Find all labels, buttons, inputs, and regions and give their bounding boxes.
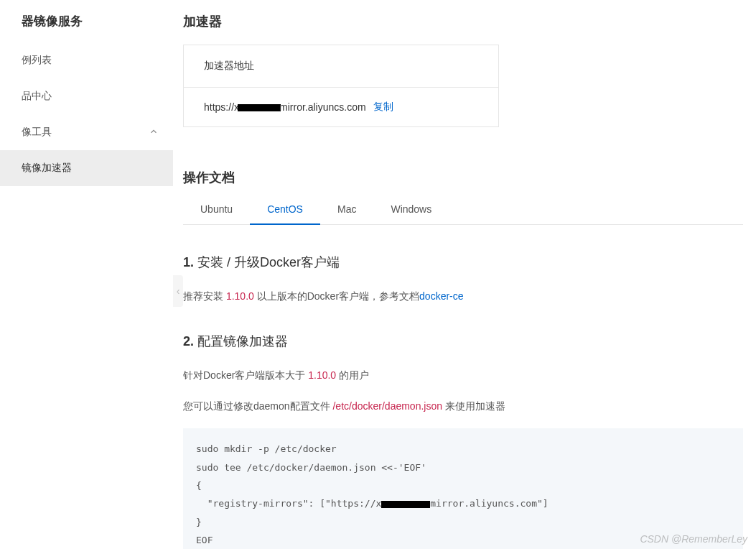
sidebar-title: 器镜像服务 xyxy=(0,0,173,42)
step2-heading: 2. 配置镜像加速器 xyxy=(183,333,756,350)
sidebar-item-label: 品中心 xyxy=(22,90,52,103)
sidebar-item-instances[interactable]: 例列表 xyxy=(0,42,173,78)
sidebar-item-tools[interactable]: 像工具 xyxy=(0,114,173,150)
step2-line1: 针对Docker客户端版本大于 1.10.0 的用户 xyxy=(183,367,756,383)
tab-centos[interactable]: CentOS xyxy=(250,195,320,225)
version-text: 1.10.0 xyxy=(308,369,336,381)
main-content: 加速器 加速器地址 https://xmirror.aliyuncs.com 复… xyxy=(173,0,756,549)
sidebar-item-label: 镜像加速器 xyxy=(22,162,72,175)
code-block: sudo mkdir -p /etc/docker sudo tee /etc/… xyxy=(183,428,743,549)
version-text: 1.10.0 xyxy=(226,290,254,302)
step1-heading: 1. 安装 / 升级Docker客户端 xyxy=(183,254,756,271)
accelerator-card: 加速器地址 https://xmirror.aliyuncs.com 复制 xyxy=(183,45,499,127)
sidebar-item-label: 像工具 xyxy=(22,126,52,139)
docs-title: 操作文档 xyxy=(183,169,756,186)
copy-button[interactable]: 复制 xyxy=(373,101,393,114)
doc-step-2: 2. 配置镜像加速器 针对Docker客户端版本大于 1.10.0 的用户 您可… xyxy=(183,333,756,549)
redacted-text xyxy=(238,104,281,111)
redacted-text xyxy=(381,501,430,508)
tab-mac[interactable]: Mac xyxy=(320,195,373,224)
chevron-left-icon: ‹ xyxy=(177,285,180,297)
tab-windows[interactable]: Windows xyxy=(373,195,449,224)
sidebar: 器镜像服务 例列表 品中心 像工具 镜像加速器 xyxy=(0,0,173,549)
accelerator-address-label: 加速器地址 xyxy=(184,45,498,88)
sidebar-item-mirror-accelerator[interactable]: 镜像加速器 xyxy=(0,150,173,186)
step1-text: 推荐安装 1.10.0 以上版本的Docker客户端，参考文档docker-ce xyxy=(183,288,756,304)
sidebar-item-products[interactable]: 品中心 xyxy=(0,78,173,114)
tab-ubuntu[interactable]: Ubuntu xyxy=(183,195,250,224)
accelerator-url: https://xmirror.aliyuncs.com xyxy=(204,101,366,113)
doc-step-1: 1. 安装 / 升级Docker客户端 推荐安装 1.10.0 以上版本的Doc… xyxy=(183,254,756,304)
accelerator-title: 加速器 xyxy=(183,13,756,30)
os-tabs: Ubuntu CentOS Mac Windows xyxy=(183,195,743,225)
sidebar-collapse-handle[interactable]: ‹ xyxy=(173,275,183,307)
step2-line2: 您可以通过修改daemon配置文件 /etc/docker/daemon.jso… xyxy=(183,398,756,414)
chevron-up-icon xyxy=(149,126,159,139)
watermark: CSDN @RememberLey xyxy=(640,533,747,545)
sidebar-item-label: 例列表 xyxy=(22,54,52,67)
config-path: /etc/docker/daemon.json xyxy=(332,400,442,412)
docker-ce-link[interactable]: docker-ce xyxy=(419,290,463,302)
